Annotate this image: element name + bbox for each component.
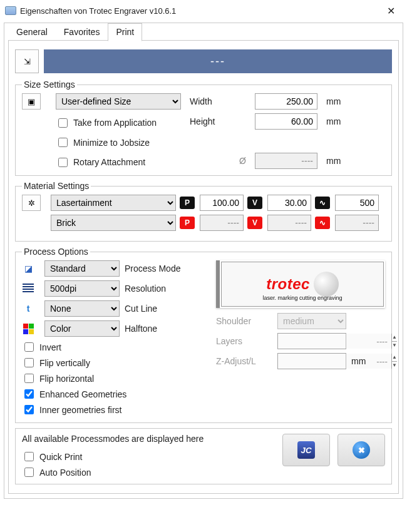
rotary-attachment-checkbox[interactable]: Rotary Attachment [56, 156, 181, 169]
chevron-up-icon: ▲ [392, 354, 397, 362]
size-settings-legend: Size Settings [22, 79, 77, 90]
close-button[interactable]: ✕ [377, 2, 404, 19]
resolution-select[interactable]: 500dpi [44, 280, 120, 297]
freq-black-input[interactable] [335, 195, 379, 211]
quick-print-checkbox[interactable]: Quick Print [22, 450, 275, 463]
process-options-section: Process Options ◪ Standard Process Mode … [15, 247, 392, 423]
material-name-select[interactable]: Brick [51, 215, 176, 231]
inner-geometries-checkbox[interactable]: Inner geometries first [22, 403, 207, 416]
orientation-icon: ⇲ [24, 57, 31, 66]
diameter-unit: mm [326, 156, 351, 166]
power-red-icon: P [180, 217, 195, 229]
width-label: Width [190, 96, 246, 106]
invert-checkbox[interactable]: Invert [22, 340, 207, 354]
footer-note: All available Processmodes are displayed… [22, 434, 275, 444]
chevron-up-icon: ▲ [392, 334, 397, 342]
chevron-down-icon: ▼ [392, 342, 397, 349]
diameter-input [255, 153, 317, 169]
shoulder-label: Shoulder [216, 316, 272, 326]
resolution-label: Resolution [125, 284, 207, 294]
velocity-red-input [267, 215, 311, 231]
freq-black-icon [315, 197, 330, 209]
tab-strip: General Favorites Print [8, 23, 403, 41]
size-mode-select[interactable]: User-defined Size [56, 93, 181, 110]
flip-vertical-checkbox[interactable]: Flip vertically [22, 356, 207, 369]
preview-brand-text: trotec [266, 275, 310, 293]
material-db-icon: ✲ [28, 198, 35, 208]
preview-tagline: laser. marking cutting engraving [262, 295, 342, 301]
window-title: Eigenschaften von Trotec Engraver v10.6.… [20, 6, 377, 16]
minimize-jobsize-checkbox[interactable]: Minimize to Jobsize [56, 136, 181, 149]
velocity-red-icon: V [247, 217, 262, 229]
height-unit: mm [326, 116, 351, 126]
flip-horizontal-checkbox[interactable]: Flip horizontal [22, 372, 207, 385]
layers-label: Layers [216, 336, 272, 346]
halftone-icon [22, 322, 34, 335]
titlebar: Eigenschaften von Trotec Engraver v10.6.… [0, 0, 407, 21]
orientation-button[interactable]: ⇲ [15, 49, 39, 73]
job-control-icon: JC [297, 441, 315, 459]
tab-page-print: ⇲ --- Size Settings ▣ User-defined Size … [8, 40, 399, 494]
diameter-icon: Ø [190, 156, 246, 166]
freq-red-icon [315, 217, 330, 229]
cut-line-icon: t [22, 302, 34, 315]
process-mode-label: Process Mode [125, 263, 207, 274]
material-preview: trotec laser. marking cutting engraving [216, 260, 385, 308]
material-group-select[interactable]: Lasertainment [51, 195, 176, 211]
auto-position-checkbox[interactable]: Auto Position [22, 466, 275, 479]
cancel-icon: ✖ [353, 441, 370, 459]
cancel-button[interactable]: ✖ [337, 434, 385, 466]
take-from-app-checkbox[interactable]: Take from Application [56, 116, 181, 130]
height-label: Height [190, 116, 246, 126]
halftone-select[interactable]: Color [44, 320, 120, 337]
material-db-button[interactable]: ✲ [22, 195, 41, 211]
zadjust-spinner: ▲▼ [277, 353, 346, 369]
cut-line-label: Cut Line [125, 304, 207, 314]
zadjust-unit: mm [351, 356, 370, 366]
power-red-input [200, 215, 244, 231]
width-input[interactable] [255, 93, 317, 110]
tab-print[interactable]: Print [108, 23, 142, 41]
process-mode-icon: ◪ [22, 262, 34, 275]
ok-button[interactable]: JC [282, 434, 330, 466]
trotec-logo-icon [314, 272, 339, 297]
size-settings-section: Size Settings ▣ User-defined Size Width … [15, 79, 392, 176]
layers-spinner: ▲▼ [277, 333, 346, 349]
process-options-legend: Process Options [22, 247, 90, 257]
height-input[interactable] [255, 113, 317, 130]
shoulder-select: medium [277, 313, 346, 329]
size-orient-button[interactable]: ▣ [22, 93, 41, 110]
halftone-label: Halftone [125, 324, 207, 334]
zadjust-label: Z-Adjust/L [216, 356, 272, 366]
process-mode-select[interactable]: Standard [44, 260, 120, 277]
power-black-icon: P [180, 197, 195, 209]
width-unit: mm [326, 96, 351, 106]
footer-section: All available Processmodes are displayed… [15, 428, 392, 484]
tab-favorites[interactable]: Favorites [56, 23, 108, 41]
material-settings-section: Material Settings ✲ Lasertainment P V Br… [15, 181, 392, 242]
resolution-icon [22, 282, 34, 295]
velocity-black-input[interactable] [267, 195, 311, 211]
freq-red-input [335, 215, 379, 231]
material-settings-legend: Material Settings [22, 181, 91, 191]
tab-general[interactable]: General [8, 23, 56, 41]
printer-icon [5, 6, 16, 15]
enhanced-geometries-checkbox[interactable]: Enhanced Geometries [22, 387, 207, 401]
power-black-input[interactable] [200, 195, 244, 211]
page-orient-icon: ▣ [28, 97, 35, 106]
chevron-down-icon: ▼ [392, 362, 397, 369]
velocity-black-icon: V [247, 197, 262, 209]
job-name-bar[interactable]: --- [44, 49, 392, 73]
cut-line-select[interactable]: None [44, 300, 120, 317]
